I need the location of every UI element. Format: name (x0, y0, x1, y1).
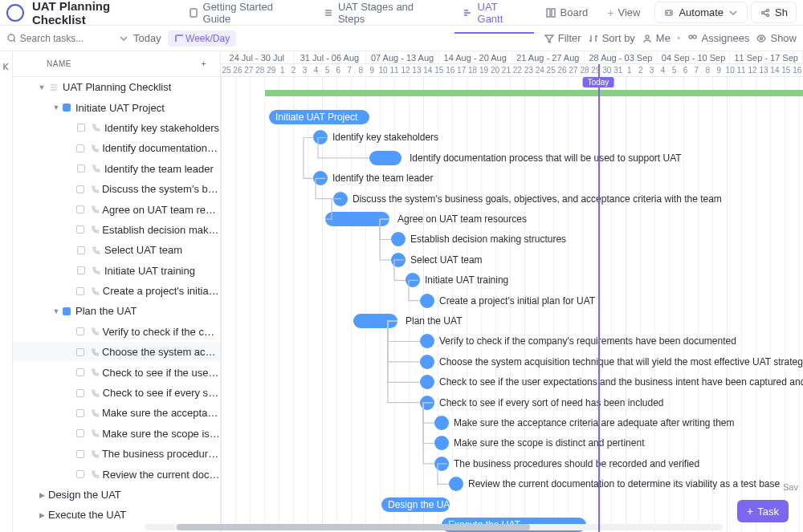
row-label: Identify documentation pro... (102, 142, 220, 154)
gantt-row: Identify key stakeholders (221, 128, 803, 148)
gantt-bar[interactable] (313, 171, 328, 185)
gantt-bar[interactable] (369, 151, 402, 165)
gantt-bar[interactable] (406, 273, 420, 287)
week-header: 14 Aug - 20 Aug (439, 51, 512, 63)
day-header: 29 (266, 64, 277, 76)
filter-button[interactable]: Filter (544, 32, 581, 44)
day-header: 25 (545, 64, 556, 76)
day-header: 31 (613, 64, 624, 76)
phone-icon (89, 388, 100, 399)
gantt-bar[interactable] (434, 416, 449, 430)
row-label: Review the current docum... (103, 469, 220, 481)
status-box (76, 185, 84, 193)
tree-row[interactable]: Select UAT team (13, 240, 220, 260)
gantt-bar[interactable] (434, 457, 449, 471)
day-header: 18 (467, 64, 479, 76)
tab-add-view[interactable]: + View (599, 2, 648, 23)
tab-gantt[interactable]: UAT Gantt (454, 0, 534, 29)
tree-row[interactable]: ▼UAT Planning Checklist (13, 77, 220, 97)
day-header: 26 (556, 64, 568, 76)
day-header: 11 (736, 64, 747, 76)
collapse-sidebar[interactable] (0, 51, 13, 532)
tree-row[interactable]: Check to see if the user ex... (13, 362, 220, 382)
tab-stages[interactable]: UAT Stages and Steps (315, 0, 451, 29)
gantt-label: Verify to check if the company's require… (439, 335, 736, 347)
svg-point-13 (693, 35, 696, 39)
tree-row[interactable]: Choose the system acquisi... (13, 342, 220, 362)
gantt-bar[interactable]: Design the UAT (381, 497, 450, 512)
gantt-bar[interactable] (391, 253, 406, 267)
row-label: Design the UAT (48, 489, 121, 501)
gantt-bar[interactable] (420, 294, 434, 308)
weekday-toggle[interactable]: Week/Day (168, 30, 236, 47)
gantt-row: The business procedures should be record… (221, 453, 803, 473)
gantt-bar[interactable] (325, 212, 389, 226)
phone-icon (89, 408, 99, 419)
show-button[interactable]: Show (756, 32, 797, 44)
tab-board[interactable]: Board (537, 2, 597, 22)
tree-row[interactable]: Identify key stakeholders (13, 118, 220, 138)
gantt-bar[interactable] (420, 355, 434, 369)
status-box (77, 246, 85, 254)
tree-row[interactable]: Initiate UAT training (13, 261, 220, 281)
today-button[interactable]: Today (133, 32, 161, 44)
gantt-bar[interactable] (333, 192, 348, 206)
tab-getting-started[interactable]: Getting Started Guide (180, 0, 312, 29)
tree-row[interactable]: ▶Design the UAT (13, 485, 220, 505)
app-logo[interactable] (6, 4, 24, 22)
gantt-bar[interactable] (449, 477, 463, 491)
tree-row[interactable]: Identify the team leader (13, 159, 220, 179)
day-header: 2 (635, 64, 646, 76)
tree-row[interactable]: Review the current docum... (13, 464, 220, 484)
add-column-button[interactable]: + (198, 58, 210, 71)
svg-point-9 (8, 35, 14, 41)
tree-row[interactable]: Make sure the scope is dis... (13, 424, 220, 444)
assignees-button[interactable]: Assignees (687, 32, 749, 44)
chevron-down-icon (728, 7, 739, 18)
tree-row[interactable]: Make sure the acceptance ... (13, 403, 220, 423)
phone-icon (90, 245, 101, 256)
gantt-bar[interactable] (313, 130, 328, 144)
horizontal-scrollbar[interactable] (145, 524, 723, 530)
automate-button[interactable]: Automate (654, 2, 748, 23)
day-header: 21 (500, 64, 512, 76)
list-icon (323, 7, 334, 18)
gantt-bar[interactable]: Initiate UAT Project (269, 110, 369, 124)
chevron-down-icon[interactable] (118, 33, 127, 44)
new-task-button[interactable]: + Task (737, 500, 789, 522)
tree-row[interactable]: Verify to check if the comp... (13, 322, 220, 342)
status-dot (63, 307, 71, 315)
today-badge: Today (583, 77, 614, 87)
gantt-bar[interactable] (391, 232, 406, 246)
day-header: 10 (377, 64, 389, 76)
gantt-bar[interactable] (420, 396, 434, 410)
gantt-bar[interactable] (420, 375, 434, 389)
gantt-row: Check to see if every sort of need has b… (221, 392, 803, 412)
page-title: UAT Planning Checklist (32, 0, 167, 26)
week-header: 11 Sep - 17 Sep (730, 51, 803, 63)
tree-row[interactable]: Establish decision making ... (13, 220, 220, 240)
gantt-bar[interactable] (420, 334, 434, 348)
tree-row[interactable]: ▼Plan the UAT (13, 301, 220, 321)
tree-row[interactable]: Check to see if every sort ... (13, 383, 220, 403)
status-box (77, 164, 85, 173)
day-header: 27 (568, 64, 579, 76)
tree-row[interactable]: The business procedures s... (13, 444, 220, 464)
tree-row[interactable]: ▼Initiate UAT Project (13, 97, 220, 117)
sortby-button[interactable]: Sort by (588, 32, 635, 44)
tree-row[interactable]: Create a project's initial pl... (13, 281, 220, 301)
gantt-label: Review the current documentation to dete… (468, 478, 780, 489)
me-button[interactable]: Me (642, 32, 671, 44)
tree-row[interactable]: Agree on UAT team resour... (13, 199, 220, 219)
search-input[interactable] (20, 33, 113, 44)
gantt-bar[interactable] (265, 90, 803, 96)
row-label: Check to see if every sort ... (103, 387, 220, 399)
tree-row[interactable]: Discuss the system's busin... (13, 179, 220, 199)
tree-row[interactable]: ▶Execute the UAT (13, 505, 220, 525)
row-label: The business procedures s... (102, 448, 220, 460)
gantt-bar[interactable] (434, 436, 449, 450)
share-button[interactable]: Sh (751, 2, 797, 23)
tree-row[interactable]: Identify documentation pro... (13, 138, 220, 158)
gantt-row: Initiate UAT Project (221, 107, 803, 127)
gantt-bar[interactable] (353, 314, 397, 328)
